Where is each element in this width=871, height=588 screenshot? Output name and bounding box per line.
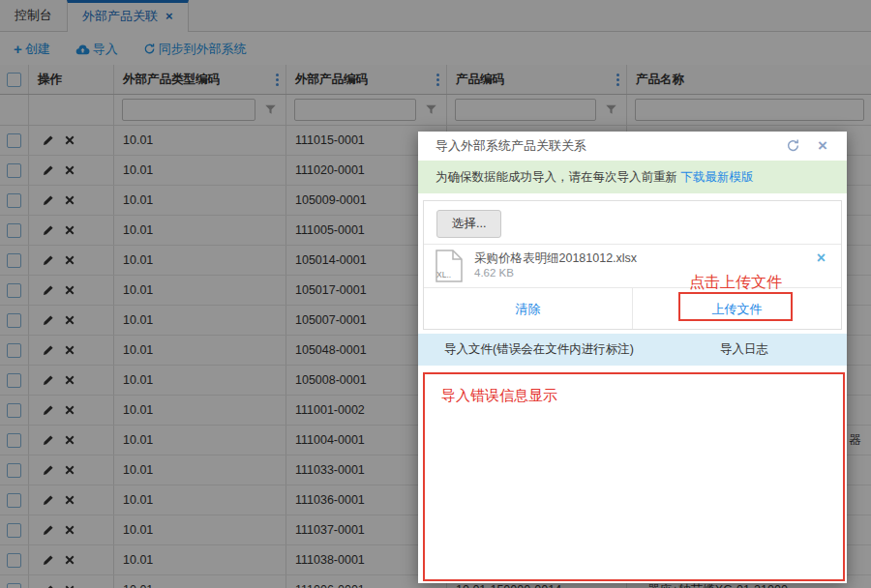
clear-button[interactable]: 清除 — [424, 288, 633, 329]
result-tab-bar: 导入文件(错误会在文件内进行标注) 导入日志 — [418, 334, 847, 366]
tab-import-files[interactable]: 导入文件(错误会在文件内进行标注) — [444, 334, 634, 366]
app-root: 控制台 外部产品关联× + 创建 导入 同步到外部系统 操作 — [0, 0, 871, 588]
dialog-title: 导入外部系统产品关联关系 — [436, 132, 586, 161]
template-notice-banner: 为确保数据能成功导入，请在每次导入前重新 下载最新模版 — [418, 161, 847, 193]
dialog-refresh-icon[interactable] — [786, 138, 800, 156]
download-template-link[interactable]: 下载最新模版 — [680, 170, 753, 184]
tab-import-log[interactable]: 导入日志 — [720, 334, 768, 366]
dialog-close-icon[interactable]: × — [818, 132, 827, 160]
file-type-label: XL.. — [436, 270, 451, 279]
import-dialog: 导入外部系统产品关联关系 × 为确保数据能成功导入，请在每次导入前重新 下载最新… — [418, 132, 847, 583]
notice-text: 为确保数据能成功导入，请在每次导入前重新 — [436, 170, 680, 184]
choose-file-button[interactable]: 选择... — [436, 210, 501, 238]
choose-row: 选择... — [424, 201, 841, 244]
file-name: 采购价格表明细20181012.xlsx — [474, 250, 637, 267]
upload-file-button[interactable]: 上传文件 — [633, 288, 841, 329]
upload-panel: 选择... XL.. 采购价格表明细20181012.xlsx 4.62 KB … — [423, 200, 842, 330]
annotation-error-label: 导入错误信息显示 — [425, 374, 843, 418]
file-size: 4.62 KB — [474, 267, 514, 279]
error-display-area: 导入错误信息显示 — [423, 372, 845, 581]
annotation-upload-hint: 点击上传文件 — [689, 273, 782, 293]
upload-actions: 清除 上传文件 — [424, 287, 841, 329]
file-remove-icon[interactable]: × — [817, 250, 826, 267]
dialog-header: 导入外部系统产品关联关系 × — [418, 132, 847, 161]
